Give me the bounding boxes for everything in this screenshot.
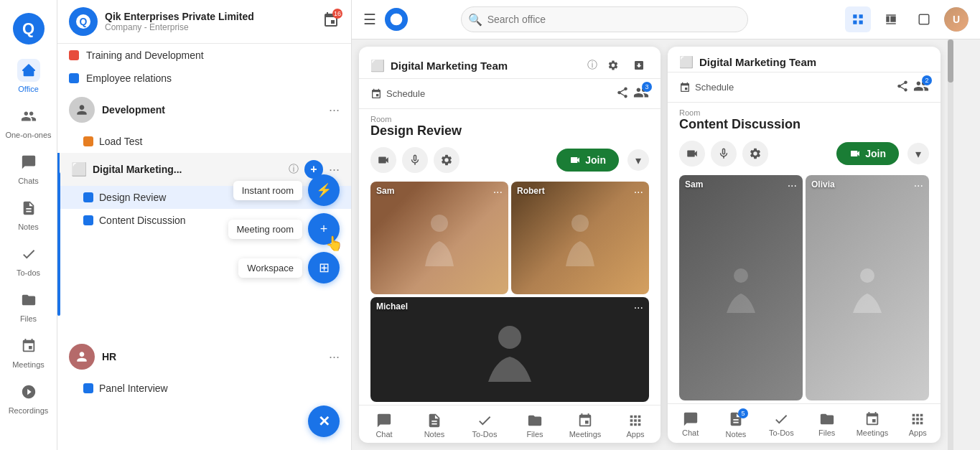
panel1-mic-btn[interactable] (402, 147, 428, 173)
panel1-files-btn[interactable]: Files (510, 410, 560, 441)
bottom-meetings-icon-1 (577, 413, 593, 428)
nav-item-recordings[interactable]: Recordings (0, 375, 57, 421)
grid-view-btn[interactable] (845, 6, 871, 32)
panel2-people-btn[interactable]: 2 (913, 78, 929, 96)
user-avatar[interactable]: U (944, 7, 969, 32)
panel1-video-grid: Sam ··· Robert ··· Michael ··· (359, 179, 661, 405)
channel-group-employee[interactable]: Employee relations (57, 67, 351, 90)
development-name: Development (102, 104, 165, 116)
panel1-people-count: 3 (642, 82, 652, 92)
right-scrollbar[interactable] (948, 39, 953, 450)
meetings-label: Meetings (12, 360, 45, 369)
panel1-apps-label: Apps (626, 430, 644, 439)
scroll-indicator (57, 172, 60, 316)
development-avatar (69, 97, 95, 123)
panel1-join-label: Join (585, 154, 606, 166)
panel2-todos-btn[interactable]: To-Dos (759, 408, 804, 441)
panel2-join-btn[interactable]: Join (836, 142, 899, 165)
app-logo (385, 8, 408, 31)
panel1-expand-btn[interactable] (629, 55, 649, 75)
app-logo-icon (389, 12, 403, 27)
nav-item-one-on-ones[interactable]: One-on-ones (0, 99, 57, 145)
mic-icon-1 (409, 154, 421, 167)
calendar-button[interactable]: 16 (322, 11, 340, 32)
nav-item-office[interactable]: Office (0, 53, 57, 99)
single-view-btn[interactable] (911, 6, 937, 32)
panel1-video-btn[interactable] (370, 147, 396, 173)
recordings-label: Recordings (9, 406, 49, 415)
michael-video-placeholder (370, 297, 649, 403)
close-btn[interactable]: ✕ (308, 406, 340, 437)
workspace-hr[interactable]: HR ··· (57, 337, 351, 377)
panel1-bottom-nav: Chat Notes To-Dos Files Meetings (359, 405, 661, 443)
panel1-chat-btn[interactable]: Chat (359, 410, 409, 441)
panel1-settings-btn[interactable] (603, 55, 623, 75)
michael-more-btn[interactable]: ··· (634, 301, 643, 314)
panel1-todos-btn[interactable]: To-Dos (459, 410, 510, 441)
panel2-chevron-btn[interactable]: ▾ (907, 143, 929, 164)
search-icon: 🔍 (468, 13, 482, 27)
todos-label: To-dos (17, 268, 40, 277)
panel1-apps-btn[interactable]: Apps (610, 410, 661, 441)
split-icon (885, 13, 897, 26)
panel2-settings-ctrl-btn[interactable] (742, 141, 768, 167)
office-label: Office (18, 85, 39, 93)
panel1-join-btn[interactable]: Join (556, 149, 619, 172)
panel1-meetings-btn[interactable]: Meetings (560, 410, 610, 441)
workspace-development2[interactable]: Development ··· (57, 443, 351, 450)
nav-item-notes[interactable]: Notes (0, 191, 57, 237)
panel2-header: ⬜ Digital Marketing Team (668, 47, 941, 72)
schedule-icon-2 (679, 82, 691, 93)
panel2-room-label: Room (679, 108, 929, 117)
hamburger-btn[interactable]: ☰ (363, 11, 376, 28)
development-more-btn[interactable]: ··· (329, 103, 340, 118)
sidebar-nav: Q Office One-on-ones Chats Notes To-dos (0, 0, 57, 450)
panel1-chat-label: Chat (375, 430, 392, 439)
panel1-settings-ctrl-btn[interactable] (434, 147, 459, 173)
meeting-room-btn[interactable]: + 👆 (308, 213, 340, 245)
instant-room-btn[interactable]: ⚡ (308, 174, 340, 206)
panel1-notes-btn[interactable]: Notes (409, 410, 459, 441)
bottom-meetings-icon-2 (864, 411, 880, 427)
search-input[interactable] (461, 6, 748, 32)
load-test-label: Load Test (99, 136, 142, 147)
company-info: Qik Enterprises Private Limited Company … (105, 11, 254, 32)
bottom-todos-icon-2 (773, 411, 789, 427)
workspace-development[interactable]: Development ··· (57, 90, 351, 130)
hr-more-btn[interactable]: ··· (329, 350, 340, 365)
nav-item-meetings[interactable]: Meetings (0, 329, 57, 375)
panel1-people-btn[interactable]: 3 (633, 85, 649, 103)
nav-item-chats[interactable]: Chats (0, 145, 57, 191)
workspace-tooltip: Workspace ⊞ (238, 252, 340, 283)
panel2-files-btn[interactable]: Files (804, 408, 849, 441)
nav-item-files[interactable]: Files (0, 283, 57, 329)
todos-icon (21, 246, 37, 262)
panel1-share-btn[interactable] (616, 86, 629, 101)
company-logo-nav[interactable]: Q (0, 7, 57, 50)
panel2-apps-btn[interactable]: Apps (895, 408, 941, 441)
panel1-chevron-btn[interactable]: ▾ (627, 149, 649, 171)
panel2-video-btn[interactable] (679, 141, 705, 167)
instant-room-label: Instant room (233, 181, 302, 200)
workspace-btn[interactable]: ⊞ (308, 252, 340, 283)
single-icon (918, 13, 930, 26)
panel1-files-label: Files (526, 430, 543, 439)
split-view-btn[interactable] (878, 6, 904, 32)
panel2-people-count: 2 (922, 75, 932, 85)
nav-item-todos[interactable]: To-dos (0, 237, 57, 283)
channel-group-training[interactable]: Training and Development (57, 44, 351, 67)
room-load-test[interactable]: Load Test (57, 130, 351, 153)
video-cell-sam-2: Sam ··· (679, 175, 803, 400)
bottom-apps-icon-2 (910, 411, 925, 427)
panel1-room-info: Room Design Review (359, 109, 661, 141)
panel2-chat-btn[interactable]: Chat (668, 408, 713, 441)
panel2-mic-btn[interactable] (711, 141, 737, 167)
room-panel-interview[interactable]: Panel Interview (57, 377, 351, 400)
person-silhouette-robert (559, 209, 602, 266)
panel2-share-btn[interactable] (896, 80, 909, 95)
panel2-notes-btn[interactable]: 5 Notes (713, 408, 758, 441)
olivia-video-placeholder (806, 175, 929, 400)
main-area: ☰ 🔍 U ⬜ (352, 0, 980, 450)
bottom-chat-icon-1 (376, 413, 392, 428)
panel2-meetings-btn[interactable]: Meetings (849, 408, 895, 441)
